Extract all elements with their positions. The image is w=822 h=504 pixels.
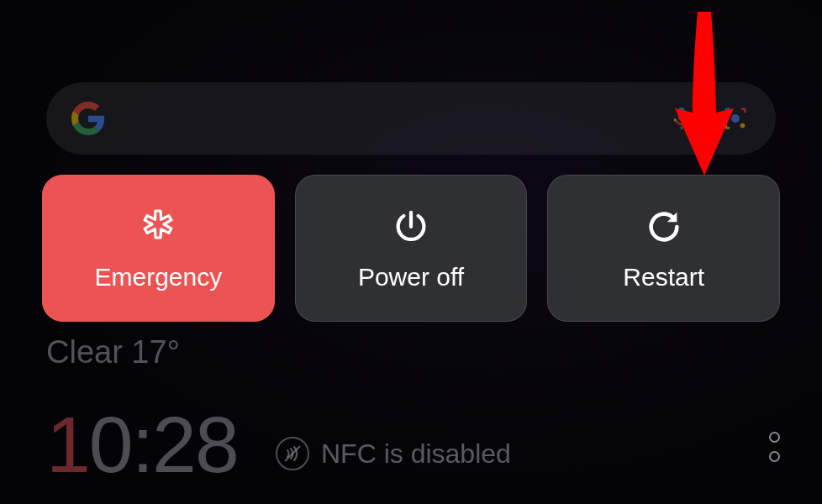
power-off-button[interactable]: Power off <box>295 175 528 322</box>
weather-text: Clear 17° <box>46 334 180 370</box>
restart-icon <box>643 206 685 248</box>
svg-point-1 <box>740 123 746 129</box>
restart-label: Restart <box>623 263 704 291</box>
clock-text: 10:28 <box>46 399 238 491</box>
nfc-status-label: NFC is disabled <box>321 438 511 470</box>
medical-star-icon <box>137 206 179 248</box>
more-options-button[interactable] <box>769 432 780 462</box>
power-icon <box>390 206 432 248</box>
kebab-dot-icon <box>769 432 780 443</box>
restart-button[interactable]: Restart <box>547 175 780 322</box>
power-off-label: Power off <box>358 263 464 291</box>
svg-line-2 <box>285 446 300 461</box>
kebab-dot-icon <box>769 451 780 462</box>
google-lens-icon[interactable] <box>720 103 751 134</box>
nfc-disabled-icon <box>276 437 309 470</box>
svg-point-0 <box>731 114 740 123</box>
emergency-button[interactable]: Emergency <box>42 175 275 322</box>
google-search-bar[interactable] <box>46 82 776 155</box>
power-menu: Emergency Power off Restart <box>42 175 780 322</box>
emergency-label: Emergency <box>94 263 222 291</box>
voice-search-icon[interactable] <box>667 103 697 134</box>
nfc-status-badge[interactable]: NFC is disabled <box>276 437 511 470</box>
google-logo-icon <box>71 102 105 135</box>
